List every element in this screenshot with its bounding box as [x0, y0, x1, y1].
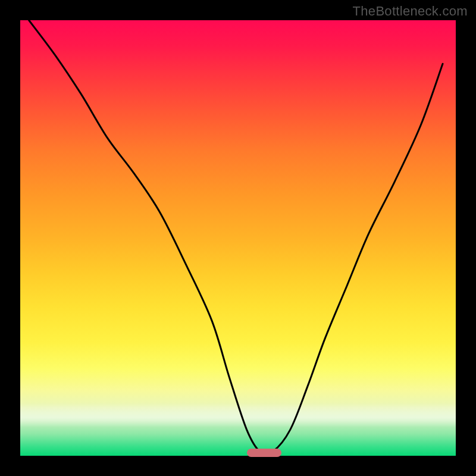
optimal-range-marker [247, 449, 282, 457]
bottleneck-curve [20, 20, 456, 456]
chart-plot-area [20, 20, 456, 456]
watermark-text: TheBottleneck.com [353, 4, 468, 19]
curve-path-segment [29, 20, 443, 454]
